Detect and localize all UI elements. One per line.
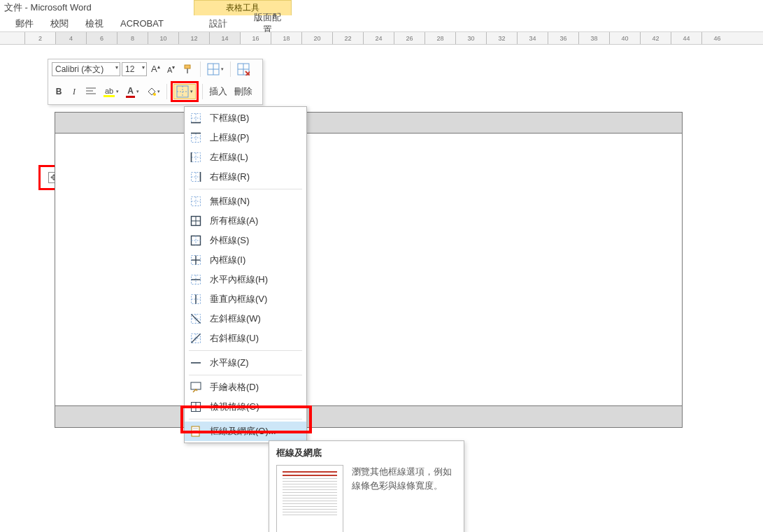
border-menu-label: 上框線(P) (210, 131, 249, 144)
svg-rect-1 (187, 69, 188, 73)
border-menu-right[interactable]: 右框線(R) (185, 167, 306, 187)
tab-mail[interactable]: 郵件 (7, 15, 42, 31)
border-menu-bottom[interactable]: 下框線(B) (185, 108, 306, 128)
right-border-icon (189, 170, 203, 184)
delete-cells-button[interactable] (234, 62, 252, 77)
inside_h-border-icon (189, 273, 203, 287)
tab-table-layout[interactable]: 版面配置 (243, 15, 292, 32)
border-menu-diag_up[interactable]: 右斜框線(U) (185, 329, 306, 348)
border-menu-label: 右斜框線(U) (210, 332, 259, 345)
ruler-mark: 14 (209, 32, 240, 44)
ruler-mark: 22 (332, 32, 363, 44)
border-menu-inside_v[interactable]: 垂直內框線(V) (185, 289, 306, 309)
shading-button[interactable]: ▾ (143, 84, 163, 99)
ruler-mark: 28 (425, 32, 455, 44)
border-menu-draw[interactable]: 手繪表格(D) (185, 378, 306, 397)
delete-button[interactable]: 刪除 (231, 84, 255, 99)
ruler-mark: 12 (178, 32, 209, 44)
border-menu-dialog[interactable]: 框線及網底(O)... (185, 422, 306, 441)
borders-dropdown: 下框線(B)上框線(P)左框線(L)右框線(R)無框線(N)所有框線(A)外框線… (184, 106, 307, 443)
chevron-down-icon: ▾ (136, 89, 139, 94)
ruler-mark: 20 (301, 32, 332, 44)
chevron-down-icon: ▾ (115, 64, 118, 71)
border-menu-label: 無框線(N) (210, 195, 250, 208)
borders-shading-tooltip: 框線及網底 瀏覽其他框線選項，例如線條色彩與線條寬度。 (269, 440, 464, 532)
border-menu-label: 水平線(Z) (210, 357, 249, 369)
ruler-mark: 38 (578, 32, 609, 44)
horizontal-ruler[interactable]: 2468101214161820222426283032343638404244… (0, 32, 763, 45)
inside_v-border-icon (189, 292, 203, 306)
border-menu-inside_h[interactable]: 水平內框線(H) (185, 270, 306, 289)
border-menu-label: 外框線(S) (210, 234, 249, 247)
ruler-mark: 6 (86, 32, 117, 44)
format-painter-button[interactable] (180, 62, 197, 77)
border-menu-label: 框線及網底(O)... (210, 425, 276, 438)
border-menu-inside[interactable]: 內框線(I) (185, 250, 306, 270)
chevron-down-icon: ▾ (142, 64, 145, 71)
ruler-mark: 8 (117, 32, 148, 44)
document-table[interactable] (55, 112, 683, 428)
tooltip-description: 瀏覽其他框線選項，例如線條色彩與線條寬度。 (352, 465, 457, 532)
border-menu-gridlines[interactable]: 檢視格線(G) (185, 397, 306, 417)
chevron-down-icon: ▾ (116, 89, 119, 94)
insert-button[interactable]: 插入 (206, 84, 230, 99)
font-color-button[interactable]: A▾ (123, 84, 142, 99)
border-menu-hline[interactable]: 水平線(Z) (185, 353, 306, 373)
svg-rect-62 (191, 382, 201, 389)
font-size-value: 12 (125, 64, 134, 74)
ruler-mark: 26 (394, 32, 425, 44)
border-menu-diag_down[interactable]: 左斜框線(W) (185, 309, 306, 329)
table-grid-icon (207, 63, 220, 76)
border-menu-top[interactable]: 上框線(P) (185, 128, 306, 148)
border-menu-label: 水平內框線(H) (210, 273, 268, 286)
border-menu-left[interactable]: 左框線(L) (185, 148, 306, 167)
font-name-value: Calibri (本文) (55, 64, 104, 76)
table-row[interactable] (55, 406, 682, 427)
window-title-text: 文件 - Microsoft Word (4, 1, 92, 14)
grow-font-button[interactable]: A▴ (148, 62, 163, 77)
highlight-button[interactable]: ab▾ (101, 84, 122, 99)
border-menu-label: 左斜框線(W) (210, 312, 261, 325)
table-row[interactable] (55, 134, 682, 406)
tab-view[interactable]: 檢視 (77, 15, 112, 31)
border-menu-label: 檢視格線(G) (210, 401, 259, 413)
diag_down-border-icon (189, 312, 203, 326)
borders-icon (176, 85, 189, 98)
ruler-mark: 40 (609, 32, 640, 44)
ruler-mark: 42 (640, 32, 671, 44)
bottom-border-icon (189, 111, 203, 125)
contextual-tab-group: 表格工具 設計 版面配置 (194, 0, 292, 32)
insert-cells-button[interactable]: ▾ (204, 62, 227, 77)
ruler-mark: 34 (517, 32, 548, 44)
none-border-icon (189, 194, 203, 208)
window-title: 文件 - Microsoft Word (0, 0, 763, 15)
borders-button[interactable]: ▾ (173, 84, 196, 99)
ruler-mark: 18 (271, 32, 301, 44)
align-icon (85, 87, 97, 96)
bold-button[interactable]: B (52, 84, 66, 99)
border-menu-all[interactable]: 所有框線(A) (185, 211, 306, 231)
ruler-mark: 16 (240, 32, 271, 44)
border-menu-label: 垂直內框線(V) (210, 293, 267, 305)
font-size-combo[interactable]: 12 ▾ (122, 62, 147, 76)
tooltip-title: 框線及網底 (276, 447, 457, 459)
tab-review[interactable]: 校閱 (42, 15, 77, 31)
border-menu-outside[interactable]: 外框線(S) (185, 231, 306, 250)
border-menu-label: 手繪表格(D) (210, 381, 259, 394)
ruler-mark: 46 (701, 32, 732, 44)
hline-border-icon (189, 356, 203, 370)
italic-button[interactable]: I (67, 84, 81, 99)
border-menu-none[interactable]: 無框線(N) (185, 192, 306, 211)
table-row[interactable] (55, 113, 682, 134)
dialog-border-icon (189, 424, 203, 438)
bucket-icon (146, 87, 156, 96)
tab-table-design[interactable]: 設計 (194, 15, 243, 32)
align-button[interactable] (83, 84, 99, 99)
shrink-font-button[interactable]: A▾ (164, 62, 178, 77)
left-border-icon (189, 150, 203, 164)
diag_up-border-icon (189, 331, 203, 345)
font-name-combo[interactable]: Calibri (本文) ▾ (52, 62, 120, 76)
tooltip-thumbnail (276, 465, 343, 532)
tab-acrobat[interactable]: ACROBAT (112, 15, 172, 31)
ruler-mark: 36 (548, 32, 578, 44)
